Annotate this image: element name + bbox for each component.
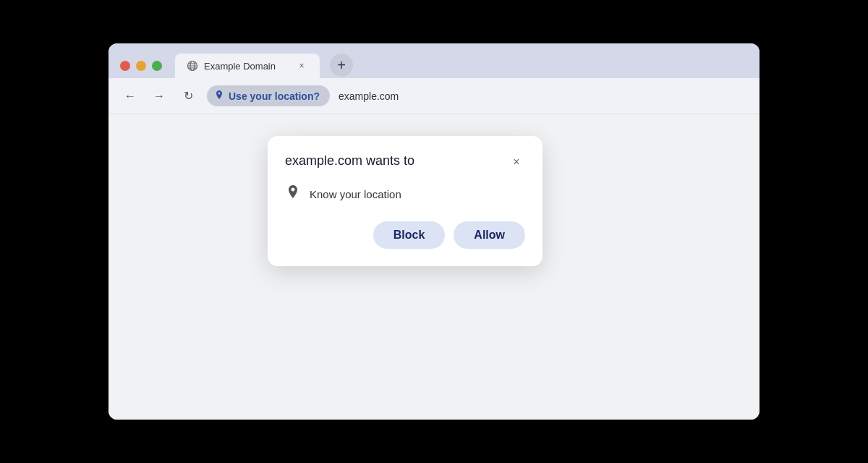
- permission-popup: example.com wants to × Know your locatio…: [268, 136, 542, 266]
- allow-button[interactable]: Allow: [454, 221, 525, 249]
- popup-permission-row: Know your location: [285, 184, 525, 204]
- title-bar: Example Domain × +: [109, 43, 760, 78]
- location-permission-pill[interactable]: Use your location?: [207, 85, 330, 106]
- minimize-traffic-light[interactable]: [136, 61, 146, 71]
- page-content: example.com wants to × Know your locatio…: [109, 114, 760, 420]
- block-button[interactable]: Block: [373, 221, 446, 249]
- location-pin-large-icon: [285, 184, 301, 204]
- location-pin-icon: [214, 90, 224, 102]
- back-button[interactable]: ←: [120, 86, 140, 106]
- popup-title: example.com wants to: [285, 153, 414, 169]
- traffic-lights: [120, 61, 162, 71]
- tab-close-button[interactable]: ×: [295, 59, 308, 72]
- address-bar[interactable]: Use your location? example.com: [207, 85, 748, 106]
- popup-header: example.com wants to ×: [285, 153, 525, 171]
- location-pill-text: Use your location?: [229, 90, 320, 102]
- globe-icon: [187, 60, 198, 72]
- permission-label: Know your location: [310, 188, 401, 200]
- maximize-traffic-light[interactable]: [152, 61, 162, 71]
- new-tab-button[interactable]: +: [330, 54, 353, 77]
- forward-button[interactable]: →: [149, 86, 169, 106]
- tab-title: Example Domain: [204, 61, 289, 72]
- reload-button[interactable]: ↻: [178, 86, 198, 106]
- browser-tab[interactable]: Example Domain ×: [175, 54, 320, 78]
- address-text: example.com: [330, 86, 407, 106]
- close-traffic-light[interactable]: [120, 61, 130, 71]
- browser-window: Example Domain × + ← → ↻ Use your locati…: [109, 43, 760, 420]
- popup-actions: Block Allow: [285, 221, 525, 249]
- popup-close-button[interactable]: ×: [508, 153, 525, 171]
- nav-bar: ← → ↻ Use your location? example.com: [109, 78, 760, 114]
